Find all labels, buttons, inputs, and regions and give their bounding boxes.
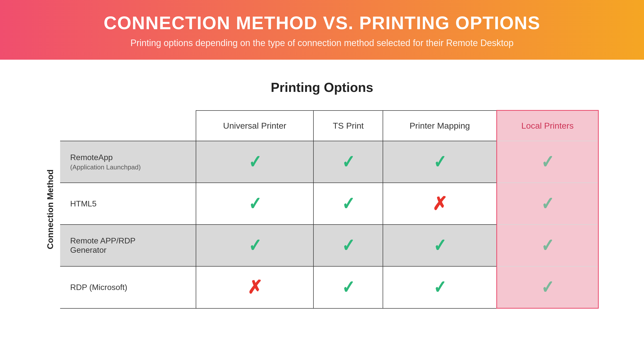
check-icon: ✓: [433, 235, 446, 256]
check-icon: ✓: [541, 193, 554, 214]
cell-html5-localprinters: ✓: [497, 183, 598, 225]
table-row: RDP (Microsoft) ✗ ✓ ✓: [60, 266, 598, 308]
page-subtitle: Printing options depending on the type o…: [10, 38, 634, 48]
check-icon: ✓: [433, 277, 446, 298]
check-icon: ✓: [248, 151, 261, 172]
row-label-sub: (Application Launchpad): [70, 163, 186, 171]
cell-rdpgen-printermapping: ✓: [383, 225, 497, 266]
table-row: Remote APP/RDPGenerator ✓ ✓ ✓: [60, 225, 598, 266]
main-content: Printing Options Connection Method Unive…: [0, 60, 644, 324]
cell-html5-universal: ✓: [196, 183, 314, 225]
check-icon: ✓: [342, 235, 355, 256]
col-header-local-printers: Local Printers: [497, 111, 598, 141]
cross-icon: ✗: [432, 193, 447, 214]
table-row: RemoteApp (Application Launchpad) ✓ ✓ ✓: [60, 141, 598, 183]
check-icon: ✓: [541, 277, 554, 298]
y-axis-label-wrapper: Connection Method: [45, 110, 55, 309]
cell-remoteapp-localprinters: ✓: [497, 141, 598, 183]
cell-rdpgen-tsprint: ✓: [313, 225, 383, 266]
col-header-ts-print: TS Print: [313, 111, 383, 141]
table-header-row: Universal Printer TS Print Printer Mappi…: [60, 111, 598, 141]
table-row: HTML5 ✓ ✓ ✗ ✓: [60, 183, 598, 225]
cell-html5-tsprint: ✓: [313, 183, 383, 225]
check-icon: ✓: [248, 193, 261, 214]
col-header-universal-printer: Universal Printer: [196, 111, 314, 141]
check-icon: ✓: [433, 151, 446, 172]
check-icon: ✓: [248, 235, 261, 256]
comparison-table: Universal Printer TS Print Printer Mappi…: [60, 110, 599, 309]
printing-options-heading: Printing Options: [271, 80, 373, 95]
connection-method-label: Connection Method: [45, 169, 55, 249]
cell-remoteapp-universal: ✓: [196, 141, 314, 183]
cell-rdpms-tsprint: ✓: [313, 266, 383, 308]
row-label-main: RDP (Microsoft): [70, 283, 186, 292]
page-wrapper: CONNECTION METHOD VS. PRINTING OPTIONS P…: [0, 0, 644, 324]
row-label-main: HTML5: [70, 199, 186, 208]
cell-rdpms-localprinters: ✓: [497, 266, 598, 308]
col-header-printer-mapping: Printer Mapping: [383, 111, 497, 141]
table-wrapper: Connection Method Universal Printer TS P…: [45, 110, 599, 309]
cell-remoteapp-printermapping: ✓: [383, 141, 497, 183]
check-icon: ✓: [541, 235, 554, 256]
row-label-remoteapp: RemoteApp (Application Launchpad): [60, 141, 196, 183]
cell-rdpgen-universal: ✓: [196, 225, 314, 266]
check-icon: ✓: [342, 151, 355, 172]
header-section: CONNECTION METHOD VS. PRINTING OPTIONS P…: [0, 0, 644, 60]
check-icon: ✓: [541, 151, 554, 172]
row-label-html5: HTML5: [60, 183, 196, 225]
check-icon: ✓: [342, 277, 355, 298]
check-icon: ✓: [342, 193, 355, 214]
row-label-rdp-microsoft: RDP (Microsoft): [60, 266, 196, 308]
empty-header: [60, 111, 196, 141]
cell-rdpms-universal: ✗: [196, 266, 314, 308]
row-label-main: Remote APP/RDPGenerator: [70, 236, 186, 255]
cross-icon: ✗: [247, 277, 262, 298]
row-label-main: RemoteApp: [70, 153, 186, 162]
page-title: CONNECTION METHOD VS. PRINTING OPTIONS: [10, 13, 634, 33]
cell-rdpgen-localprinters: ✓: [497, 225, 598, 266]
cell-rdpms-printermapping: ✓: [383, 266, 497, 308]
table-container: Universal Printer TS Print Printer Mappi…: [60, 110, 599, 309]
cell-html5-printermapping: ✗: [383, 183, 497, 225]
cell-remoteapp-tsprint: ✓: [313, 141, 383, 183]
row-label-rdpgenerator: Remote APP/RDPGenerator: [60, 225, 196, 266]
